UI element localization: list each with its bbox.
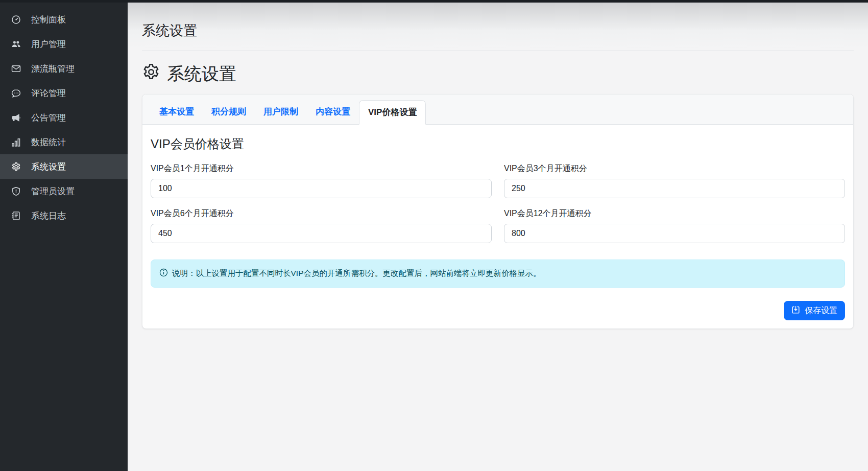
sidebar-item-comments[interactable]: 评论管理 xyxy=(0,81,128,105)
save-button-label: 保存设置 xyxy=(805,305,837,316)
page-title: 系统设置 xyxy=(142,0,854,40)
gear-icon xyxy=(11,161,21,172)
shield-icon xyxy=(11,186,21,196)
settings-tab-bar: 基本设置 积分规则 用户限制 内容设置 VIP价格设置 xyxy=(142,95,853,125)
vip-12-month-input[interactable] xyxy=(504,224,845,243)
vip-12-month-label: VIP会员12个月开通积分 xyxy=(504,208,845,219)
sidebar-item-bottles[interactable]: 漂流瓶管理 xyxy=(0,56,128,81)
sidebar-item-users[interactable]: 用户管理 xyxy=(0,32,128,56)
save-settings-button[interactable]: 保存设置 xyxy=(784,301,845,320)
sidebar-item-announcements[interactable]: 公告管理 xyxy=(0,105,128,130)
envelope-icon xyxy=(11,63,21,74)
tab-vip-price-settings[interactable]: VIP价格设置 xyxy=(359,100,426,125)
form-actions: 保存设置 xyxy=(151,301,845,320)
vip-3-month-field: VIP会员3个月开通积分 xyxy=(504,163,845,198)
vip-3-month-input[interactable] xyxy=(504,179,845,198)
sidebar-item-label: 漂流瓶管理 xyxy=(31,63,75,75)
tab-user-limits[interactable]: 用户限制 xyxy=(255,100,307,124)
vip-6-month-field: VIP会员6个月开通积分 xyxy=(151,208,492,243)
vip-6-month-label: VIP会员6个月开通积分 xyxy=(151,208,492,219)
sidebar-item-dashboard[interactable]: 控制面板 xyxy=(0,7,128,32)
vip-3-month-label: VIP会员3个月开通积分 xyxy=(504,163,845,174)
gauge-icon xyxy=(11,14,21,25)
settings-heading: 系统设置 xyxy=(142,62,854,86)
header-divider xyxy=(142,51,854,51)
vip-1-month-label: VIP会员1个月开通积分 xyxy=(151,163,492,174)
sidebar-item-label: 公告管理 xyxy=(31,112,66,124)
sidebar-item-label: 控制面板 xyxy=(31,14,66,26)
tab-basic-settings[interactable]: 基本设置 xyxy=(151,100,203,124)
settings-heading-text: 系统设置 xyxy=(167,62,236,86)
vip-6-month-input[interactable] xyxy=(151,224,492,243)
vip-price-form: VIP会员1个月开通积分 VIP会员3个月开通积分 VIP会员6个月开通积分 V… xyxy=(151,163,845,243)
info-alert-text: 说明：以上设置用于配置不同时长VIP会员的开通所需积分。更改配置后，网站前端将立… xyxy=(172,268,541,279)
sidebar-item-admin-settings[interactable]: 管理员设置 xyxy=(0,179,128,203)
comment-icon xyxy=(11,88,21,98)
vip-1-month-input[interactable] xyxy=(151,179,492,198)
top-bar xyxy=(0,0,868,3)
info-alert: 说明：以上设置用于配置不同时长VIP会员的开通所需积分。更改配置后，网站前端将立… xyxy=(151,260,845,288)
tab-content-settings[interactable]: 内容设置 xyxy=(307,100,359,124)
tab-points-rules[interactable]: 积分规则 xyxy=(203,100,255,124)
main-content: 系统设置 系统设置 基本设置 积分规则 用户限制 内容设置 VIP价格设置 VI… xyxy=(128,0,868,471)
sidebar-item-label: 评论管理 xyxy=(31,87,66,99)
settings-tabs: 基本设置 积分规则 用户限制 内容设置 VIP价格设置 xyxy=(151,100,845,124)
sidebar: 控制面板 用户管理 漂流瓶管理 评论管理 xyxy=(0,0,128,471)
vip-12-month-field: VIP会员12个月开通积分 xyxy=(504,208,845,243)
info-circle-icon xyxy=(159,268,168,279)
vip-price-section-title: VIP会员价格设置 xyxy=(151,136,845,152)
sidebar-item-label: 用户管理 xyxy=(31,38,66,50)
gear-icon xyxy=(142,63,160,85)
megaphone-icon xyxy=(11,112,21,123)
sidebar-item-label: 数据统计 xyxy=(31,136,66,148)
bar-chart-icon xyxy=(11,137,21,147)
sidebar-item-statistics[interactable]: 数据统计 xyxy=(0,130,128,154)
settings-tab-panel: VIP会员价格设置 VIP会员1个月开通积分 VIP会员3个月开通积分 VIP会… xyxy=(142,125,853,328)
sidebar-item-system-settings[interactable]: 系统设置 xyxy=(0,154,128,179)
save-icon xyxy=(791,305,800,316)
journal-icon xyxy=(11,210,21,221)
sidebar-item-label: 管理员设置 xyxy=(31,185,75,197)
sidebar-item-label: 系统日志 xyxy=(31,210,66,222)
sidebar-item-system-logs[interactable]: 系统日志 xyxy=(0,203,128,228)
sidebar-item-label: 系统设置 xyxy=(31,161,66,173)
settings-card: 基本设置 积分规则 用户限制 内容设置 VIP价格设置 VIP会员价格设置 VI… xyxy=(142,94,854,329)
vip-1-month-field: VIP会员1个月开通积分 xyxy=(151,163,492,198)
users-icon xyxy=(11,39,21,49)
